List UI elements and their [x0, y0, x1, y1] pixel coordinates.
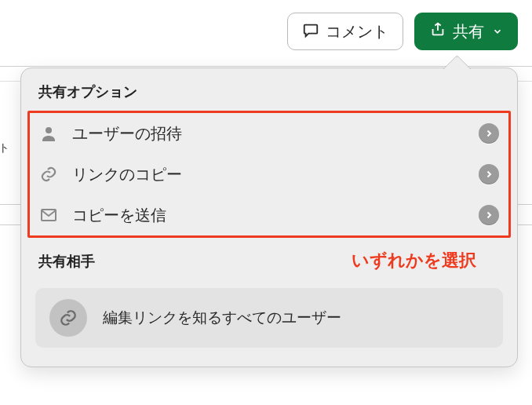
svg-point-0 — [46, 127, 52, 133]
recipients-header-row: 共有相手 いずれかを選択 — [21, 238, 517, 277]
comment-label: コメント — [326, 21, 388, 42]
comment-button[interactable]: コメント — [287, 13, 403, 50]
menu-item-send-copy[interactable]: コピーを送信 — [30, 195, 508, 235]
person-icon — [38, 124, 60, 143]
menu-item-copy-link[interactable]: リンクのコピー — [30, 154, 508, 195]
link-circle-icon — [49, 299, 87, 337]
recipient-summary-text: 編集リンクを知るすべてのユーザー — [103, 308, 341, 328]
speech-bubble-icon — [302, 21, 319, 42]
recipients-header: 共有相手 — [38, 252, 95, 271]
chevron-right-icon — [479, 123, 499, 144]
share-icon — [429, 21, 446, 42]
share-label: 共有 — [453, 21, 484, 42]
background-fragment: ト — [0, 141, 9, 155]
share-popover: 共有オプション ユーザーの招待 リンクのコピー — [20, 68, 518, 367]
share-options-header: 共有オプション — [21, 68, 517, 111]
top-toolbar: コメント 共有 — [287, 13, 518, 50]
menu-item-label: リンクのコピー — [72, 164, 466, 185]
recipient-summary-row[interactable]: 編集リンクを知るすべてのユーザー — [35, 288, 503, 348]
menu-item-invite-users[interactable]: ユーザーの招待 — [30, 113, 508, 154]
mail-icon — [38, 206, 60, 224]
chevron-right-icon — [479, 164, 499, 184]
chevron-down-icon — [492, 23, 503, 41]
share-button[interactable]: 共有 — [414, 13, 518, 50]
link-icon — [38, 165, 60, 184]
menu-item-label: ユーザーの招待 — [72, 123, 466, 144]
chevron-right-icon — [479, 205, 499, 225]
menu-item-label: コピーを送信 — [72, 205, 466, 226]
highlight-box: ユーザーの招待 リンクのコピー コピーを送信 — [27, 111, 511, 238]
annotation-text: いずれかを選択 — [111, 249, 500, 272]
